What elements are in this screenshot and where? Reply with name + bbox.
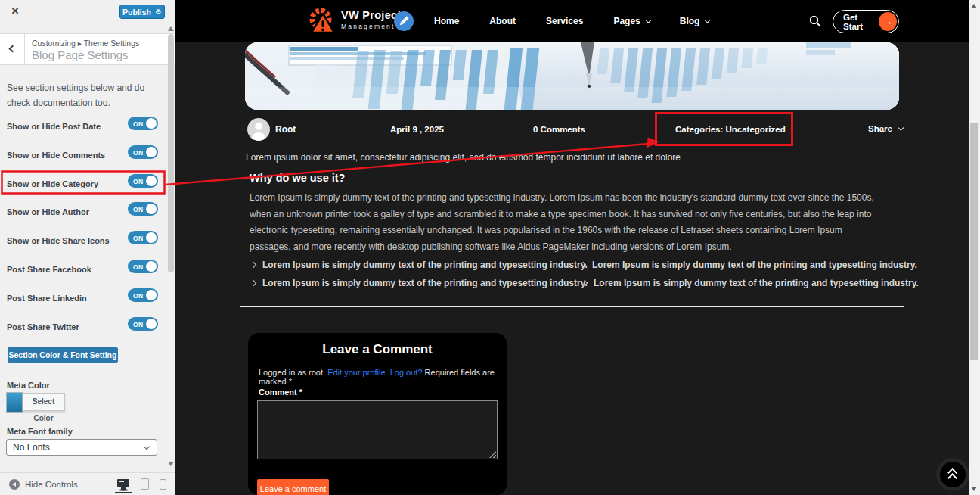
- toggle-knob: [146, 176, 157, 186]
- section-header: Customizing ▸ Theme Settings Blog Page S…: [0, 33, 175, 65]
- font-family-select[interactable]: No Fonts: [6, 439, 157, 456]
- comment-textarea[interactable]: [257, 400, 498, 459]
- close-customizer-button[interactable]: ✕: [8, 5, 22, 18]
- panel-scrollbar[interactable]: [167, 23, 175, 469]
- pencil-icon: [394, 11, 414, 31]
- device-selected-underline: [115, 492, 132, 493]
- nav-services[interactable]: Services: [546, 16, 583, 26]
- post-categories[interactable]: Categories: Uncategorized: [675, 125, 786, 134]
- hide-controls-button[interactable]: Hide Controls: [9, 479, 78, 490]
- device-desktop-button[interactable]: [117, 479, 129, 487]
- toggle-knob: [146, 319, 157, 329]
- publish-label: Publish: [122, 8, 151, 17]
- list-item: Lorem Ipsum is simply dummy text of the …: [251, 260, 588, 270]
- chevron-right-icon: [250, 262, 256, 268]
- chevron-right-icon: [581, 280, 588, 286]
- author-name: Root: [275, 124, 296, 135]
- device-tablet-button[interactable]: [141, 478, 149, 490]
- toggle-post-date[interactable]: ON: [128, 117, 158, 130]
- chevron-right-icon: [250, 280, 256, 286]
- publish-button[interactable]: Publish ⚙: [119, 5, 165, 19]
- nav-home[interactable]: Home: [434, 16, 459, 26]
- gear-warning-logo-icon: [309, 7, 337, 36]
- post-heading: Why do we use it?: [250, 172, 345, 184]
- meta-color-label: Meta Color: [7, 381, 50, 390]
- setting-label: Post Share Linkedin: [7, 292, 87, 304]
- post-excerpt: Lorem ipsum dolor sit amet, consectetur …: [246, 152, 681, 163]
- comment-form-title: Leave a Comment: [248, 342, 507, 357]
- toggle-share-icons[interactable]: ON: [128, 231, 158, 244]
- chevron-down-icon: [705, 17, 711, 23]
- customizer-footer: Hide Controls: [0, 472, 175, 495]
- arrow-right-icon: →: [879, 12, 897, 31]
- collapse-arrow-icon: [9, 479, 20, 490]
- scroll-down-arrow[interactable]: [971, 487, 977, 491]
- panel-scrollbar-thumb[interactable]: [168, 34, 174, 272]
- search-icon: [809, 15, 821, 27]
- screen: ✕ Publish ⚙ Customizing ▸ Theme Settings…: [0, 0, 980, 495]
- toggle-knob: [146, 290, 157, 300]
- logged-in-notice: Logged in as root. Edit your profile. Lo…: [259, 368, 507, 386]
- select-color-button[interactable]: Select Color: [23, 393, 65, 411]
- site-header: VW Project Management Home About Service…: [175, 0, 969, 42]
- toggle-comments[interactable]: ON: [128, 145, 158, 159]
- section-color-font-button[interactable]: Section Color & Font Setting: [8, 347, 118, 363]
- list-item: Lorem Ipsum is simply dummy text of the …: [251, 278, 588, 288]
- page-scrollbar-thumb[interactable]: [970, 123, 978, 360]
- chevron-down-icon: [645, 17, 651, 23]
- toggle-facebook[interactable]: ON: [128, 260, 158, 273]
- site-logo[interactable]: [309, 7, 337, 36]
- toggle-knob: [146, 232, 157, 243]
- device-phone-button[interactable]: [160, 479, 166, 490]
- page-scrollbar[interactable]: [969, 0, 980, 495]
- chevron-right-icon: [580, 262, 586, 268]
- nav-blog[interactable]: Blog: [680, 16, 709, 26]
- toggle-category[interactable]: ON: [128, 174, 158, 188]
- setting-row-share-icons: Show or Hide Share Icons ON: [7, 233, 160, 248]
- meta-font-label: Meta Font family: [7, 427, 73, 436]
- scroll-up-arrow[interactable]: [168, 26, 174, 31]
- setting-row-author: Show or Hide Author ON: [7, 204, 160, 219]
- scroll-up-arrow[interactable]: [971, 4, 977, 8]
- font-family-value: No Fonts: [13, 442, 50, 453]
- setting-label: Show or Hide Post Date: [7, 120, 101, 132]
- nav-pages[interactable]: Pages: [613, 16, 649, 26]
- chevron-left-icon: [9, 45, 17, 53]
- edit-site-title-button[interactable]: [394, 11, 414, 31]
- setting-label: Show or Hide Category: [7, 178, 98, 190]
- share-button[interactable]: Share: [868, 124, 902, 133]
- setting-label: Show or Hide Author: [7, 206, 89, 218]
- setting-row-post-date: Show or Hide Post Date ON: [7, 119, 160, 134]
- setting-label: Post Share Twitter: [7, 321, 79, 333]
- scroll-down-arrow[interactable]: [168, 462, 174, 466]
- toggle-knob: [146, 261, 157, 272]
- nav-about[interactable]: About: [489, 16, 516, 26]
- setting-label: Post Share Facebook: [7, 263, 91, 276]
- color-swatch[interactable]: [6, 392, 23, 412]
- search-button[interactable]: [809, 15, 821, 27]
- edit-profile-link[interactable]: Edit your profile.: [327, 368, 387, 377]
- post-date: April 9 , 2025: [390, 125, 444, 134]
- list-item: Lorem Ipsum is simply dummy text of the …: [582, 278, 919, 288]
- get-start-button[interactable]: Get Start →: [833, 10, 899, 33]
- leave-comment-button[interactable]: Leave a comment: [257, 479, 329, 495]
- site-title[interactable]: VW Project Management: [341, 9, 402, 30]
- post-body: Lorem Ipsum is simply dummy text of the …: [250, 190, 879, 255]
- setting-row-linkedin: Post Share Linkedin ON: [7, 291, 160, 306]
- toggle-knob: [146, 147, 157, 157]
- toggle-linkedin[interactable]: ON: [128, 288, 158, 302]
- logout-link[interactable]: Log out?: [390, 368, 423, 377]
- toggle-knob: [146, 204, 157, 214]
- list-item: Lorem Ipsum is simply dummy text of the …: [581, 260, 917, 270]
- scroll-to-top-button[interactable]: [940, 462, 966, 487]
- author-avatar: [247, 118, 270, 141]
- comment-field-label: Comment *: [259, 388, 302, 397]
- back-button[interactable]: [0, 34, 25, 64]
- main-nav: Home About Services Pages Blog: [434, 0, 709, 42]
- breadcrumb: Customizing ▸ Theme Settings: [32, 39, 139, 48]
- toggle-author[interactable]: ON: [128, 202, 158, 216]
- toggle-twitter[interactable]: ON: [128, 317, 158, 331]
- section-description: See section settings below and do check …: [7, 80, 160, 111]
- gear-icon: ⚙: [155, 8, 162, 16]
- toggle-knob: [146, 118, 157, 129]
